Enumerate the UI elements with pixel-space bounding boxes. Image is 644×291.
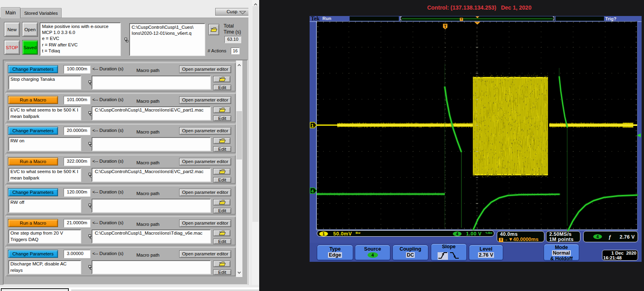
svg-text:T: T xyxy=(460,18,462,21)
svg-text:Trig?: Trig? xyxy=(605,16,616,21)
svg-text:Tek: Tek xyxy=(311,16,320,22)
svg-text:T: T xyxy=(444,24,446,29)
svg-text:Run: Run xyxy=(322,16,331,21)
svg-text:1: 1 xyxy=(311,123,314,128)
svg-text:4: 4 xyxy=(311,189,314,193)
